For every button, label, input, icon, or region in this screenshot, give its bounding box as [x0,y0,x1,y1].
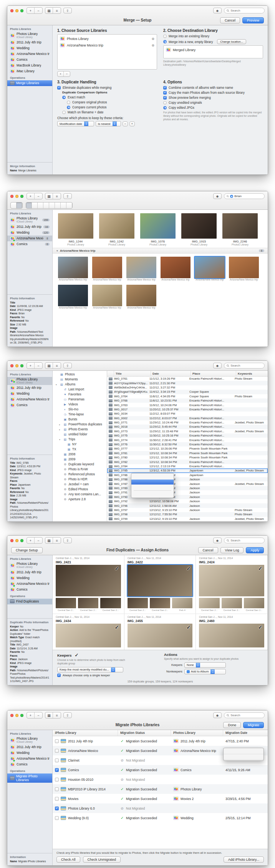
album-row[interactable]: ⚙ Any text contains Lan... [53,492,107,497]
library-row[interactable]: ✓ Comics 6 [7,241,52,247]
remove-library-button[interactable]: − [35,538,42,543]
library-row[interactable]: ✓ MacBook Library [7,63,52,68]
library-row[interactable]: ✓ Wedding 120 [7,230,52,236]
table-row[interactable]: IMG_0776 11/30/12, 6:32:50 PM Encanto Pa… [107,442,268,446]
table-row[interactable]: IMG_0792 12/10/12, 10:58:08 PM Jackson [107,499,268,503]
duplicate-photo-thumbnail[interactable] [56,598,76,608]
criteria-field-dropdown[interactable]: Modification date▲▼ [57,121,94,126]
album-row[interactable]: ⚙ Referenced photos [53,472,107,477]
check-unmigrated-button[interactable]: Check Unmigrated [83,856,121,863]
table-row[interactable]: IMG_0761 11/1/12, 3:19:26 PM Encanto Pal… [107,377,268,381]
photo-result[interactable]: IMG_1244 Photos Library [58,213,93,246]
duplicate-photo-thumbnail[interactable] [172,598,192,608]
library-row[interactable]: ✓ Arizona/New Mexico trip [7,581,52,587]
album-row[interactable]: ▤ Moments [53,377,107,382]
close-button[interactable] [10,364,13,367]
grid-view-button[interactable]: ▦ [45,8,53,13]
photo-thumbnail[interactable] [229,257,259,278]
grid-view-button[interactable]: ▦ [45,193,53,199]
grid-view-button[interactable]: ▦ [45,712,53,718]
keeper-rule-dropdown[interactable]: Keep the most recently modified du...▲▼ [57,667,123,672]
album-row[interactable]: ▦ Photos [53,372,107,377]
migration-date-column-header[interactable]: Migration Date [223,730,268,736]
photo-result[interactable]: Arizona/New Mexico trip [195,257,225,281]
photo-thumbnail[interactable] [92,257,122,278]
minimize-button[interactable] [15,195,18,198]
grid-view-button[interactable]: ▦ [45,538,53,543]
photo-result[interactable]: Arizona/New Mexico trip [126,285,156,309]
table-row[interactable]: AYg0iugaaYX8geaBjKrKu... 11/4/12, 3:34:1… [107,390,268,394]
photo-result[interactable]: Arizona/New Mexico trip [58,285,88,309]
migrate-checkbox[interactable]: ✓ [55,807,59,810]
list-view-button[interactable]: ≡ [53,538,61,543]
library-scope-tab[interactable] [17,202,22,208]
match-filename-radio[interactable] [62,111,66,114]
faces-button[interactable]: ☻ [213,538,222,543]
album-row[interactable]: ⚙ Aperture 2.8 [53,497,107,502]
table-row[interactable]: ✓ MBP2010 iP Library 2014 ✓ Migration Su… [53,784,268,794]
table-row[interactable]: IMG_0785 12/3/12, 4:53:39 PM Japantown J… [107,468,268,473]
share-button[interactable]: ⇧ [63,8,72,13]
table-row[interactable]: IMG_0797 12/13/12, 9:15:10 PM Jackson Ph… [107,508,268,512]
library-row[interactable]: ✓ Arizona/New Mexico trip 8 [7,236,52,241]
table-row[interactable]: IMG_0034 11/2/12, 8:03:07 PM [107,412,268,416]
apply-button[interactable]: Apply [246,547,264,553]
table-row[interactable]: IMG_0763 11/9/12, 10:24:06 PM Encanto Pa… [107,403,268,407]
duplicate-photo-thumbnail[interactable] [128,598,148,608]
album-row[interactable]: ⚙ Jezebel + cam [53,482,107,487]
add-iphoto-library-button[interactable]: Add iPhoto Library... [224,856,264,863]
disclosure-triangle-icon[interactable]: ▸ [59,428,62,431]
keeper-photo-thumbnail[interactable] [199,624,264,647]
remove-library-button[interactable]: − [35,8,42,13]
keeper-photo-thumbnail[interactable] [128,565,193,596]
add-library-button[interactable]: + [27,8,35,13]
library-row[interactable]: ✓ 2011 July 4th trip [7,744,52,750]
add-source-button[interactable]: + [58,71,64,76]
search-field-tab[interactable] [32,202,38,208]
photo-thumbnail[interactable] [126,257,156,278]
share-button[interactable]: ⇧ [63,193,72,199]
list-view-button[interactable]: ≡ [53,193,61,199]
migrate-checkbox[interactable]: ✓ [55,797,59,801]
change-location-button[interactable]: Change location... [217,39,246,44]
option-checkbox[interactable] [163,96,167,100]
list-view-button[interactable]: ≡ [53,8,61,13]
table-row[interactable]: ✓ Comics ✓ Migration Succeeded Comics [53,765,268,775]
photo-thumbnail[interactable] [195,257,225,278]
faces-button[interactable]: ☻ [213,193,222,199]
context-menu-item[interactable] [131,485,174,490]
search-input[interactable] [230,364,262,367]
search-field-tab[interactable] [43,202,49,208]
popover-menu-item[interactable] [224,749,263,754]
remove-source-icon[interactable]: ⊗ [151,37,154,41]
disclosure-triangle-icon[interactable]: ▾ [59,438,62,441]
library-row[interactable]: ✓ Comics [7,402,52,408]
eliminate-duplicates-checkbox[interactable] [57,86,61,90]
album-row[interactable]: ♥ Favorites [53,392,107,397]
option-checkbox[interactable] [163,86,167,90]
duplicate-photo-thumbnail[interactable] [244,598,264,608]
photos-library-column-header[interactable]: Photos Library [171,730,223,736]
table-row[interactable]: IMG_0781 12/1/12, 10:08:34 PM Phoenix So… [107,451,268,455]
check-all-button[interactable]: Check All [56,856,80,863]
table-row[interactable]: IMG_0764 11/6/12, 4:34:05 PM Cooper Squa… [107,394,268,398]
search-field-tab[interactable] [55,202,61,208]
add-criteria-button[interactable]: + [129,121,135,126]
library-row[interactable]: ✓ Wedding [7,575,52,581]
library-row[interactable]: ✓ iMac Library [7,68,52,74]
library-row[interactable]: ✓ Arizona/New Mexico trip [7,51,52,57]
photo-thumbnail[interactable] [140,213,176,239]
date-column-header[interactable]: Date [151,371,191,376]
migration-status-column-header[interactable]: Migration Status [118,730,171,736]
add-library-button[interactable]: + [27,363,35,368]
search-field-tab[interactable] [38,202,43,208]
disclosure-triangle-icon[interactable]: ▾ [56,383,58,386]
duplicate-photo-thumbnail[interactable] [100,598,121,608]
table-row[interactable]: ✓ Photos Library 6.0 ⊘ Not Migrated [53,803,268,813]
table-row[interactable]: AW5b0bEw2HHyC4Khk... 11/2/12, 3:27:32 PM [107,385,268,390]
keeper-check-icon[interactable]: ✓ [186,624,191,630]
photo-result[interactable]: IMG_1242 Photos Library [99,213,134,246]
zoom-button[interactable] [20,364,23,367]
table-row[interactable]: IMG_0799 12/13/12, 9:15:10 PM Jackson Je… [107,517,268,521]
keeper-photo-thumbnail[interactable] [56,565,121,596]
